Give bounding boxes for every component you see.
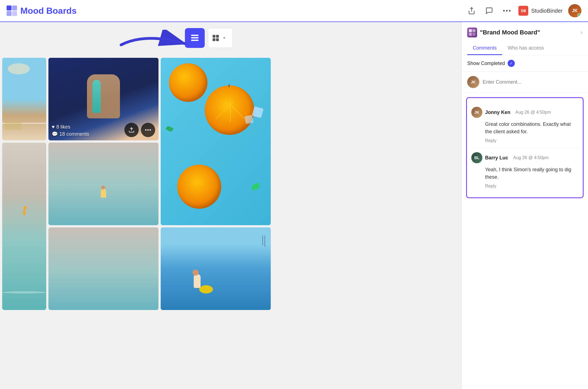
likes-count: 8 likes <box>56 124 70 130</box>
comment-time-barry: Aug 26 @ 4:50pm <box>513 155 549 160</box>
svg-rect-14 <box>216 38 219 41</box>
tab-comments[interactable]: Comments <box>467 42 502 55</box>
image-stats-overlay: ♥ 8 likes 💬 18 comments <box>52 124 89 137</box>
svg-rect-1 <box>12 6 17 10</box>
right-panel: "Brand Mood Board" › Comments Who has ac… <box>461 22 588 389</box>
comments-area: JK Jonny Ken Aug 26 @ 4:50pm Great color… <box>462 93 588 389</box>
brand-icon: SB <box>518 6 528 16</box>
comments-card-highlighted: JK Jonny Ken Aug 26 @ 4:50pm Great color… <box>466 97 584 198</box>
comment-avatar-barry: BL <box>471 152 482 163</box>
svg-rect-19 <box>472 29 475 32</box>
logo-area: Mood Boards <box>7 6 76 16</box>
brand-area[interactable]: SB StudioBinder <box>518 6 563 16</box>
main-layout: ♥ 8 likes 💬 18 comments <box>0 22 588 389</box>
comment-time-jonny: Aug 26 @ 4:50pm <box>515 110 551 115</box>
svg-rect-12 <box>216 35 219 38</box>
sunscreen-image: ♥ 8 likes 💬 18 comments <box>48 58 158 140</box>
svg-point-6 <box>509 10 511 12</box>
swim-person-image <box>48 143 158 225</box>
comment-input[interactable] <box>483 79 582 85</box>
more-options-button[interactable] <box>501 5 513 17</box>
grid-view-dropdown[interactable] <box>208 28 233 48</box>
comment-author-barry: Barry Luc <box>485 155 508 161</box>
upload-button[interactable] <box>124 123 139 137</box>
svg-rect-11 <box>212 35 215 38</box>
tab-who-has-access[interactable]: Who has access <box>502 42 549 55</box>
comment-reply-jonny[interactable]: Reply <box>471 138 578 143</box>
mood-board-area: ♥ 8 likes 💬 18 comments <box>0 22 461 389</box>
comment-header-barry: BL Barry Luc Aug 26 @ 4:50pm <box>471 152 578 163</box>
online-indicator <box>578 13 581 17</box>
arrow-decoration <box>118 30 195 57</box>
svg-rect-21 <box>472 33 475 36</box>
show-completed-label: Show Completed <box>467 61 505 66</box>
image-action-buttons <box>124 123 155 137</box>
panel-title-row: "Brand Mood Board" › <box>467 28 582 37</box>
beach-panoramic-image <box>2 143 46 310</box>
app-logo-icon <box>7 6 17 16</box>
share-button[interactable] <box>466 5 478 17</box>
svg-rect-3 <box>12 11 17 16</box>
panel-title: "Brand Mood Board" <box>480 29 581 36</box>
app-header: Mood Boards SB StudioBinder JK <box>0 0 588 22</box>
svg-point-16 <box>147 129 149 131</box>
user-avatar[interactable]: JK <box>568 4 581 17</box>
comment-item-barry: BL Barry Luc Aug 26 @ 4:50pm Yeah, I thi… <box>471 148 578 193</box>
likes-stat: ♥ 8 likes <box>52 124 89 130</box>
svg-point-4 <box>503 10 505 12</box>
svg-rect-0 <box>7 6 12 10</box>
svg-rect-2 <box>7 11 12 16</box>
comment-avatar-jonny: JK <box>471 107 482 118</box>
comment-item-jonny: JK Jonny Ken Aug 26 @ 4:50pm Great color… <box>471 102 578 148</box>
panel-header: "Brand Mood Board" › Comments Who has ac… <box>462 22 588 55</box>
comments-stat: 💬 18 comments <box>52 131 89 137</box>
comment-reply-barry[interactable]: Reply <box>471 184 578 189</box>
comment-text-barry: Yeah, I think Simon's really going to di… <box>471 166 578 181</box>
beach-child-image <box>161 227 271 310</box>
show-completed-row: Show Completed ✓ <box>462 55 588 72</box>
comment-button[interactable] <box>483 5 495 17</box>
comment-header-jonny: JK Jonny Ken Aug 26 @ 4:50pm <box>471 107 578 118</box>
comment-input-row: JK <box>462 72 588 93</box>
header-actions: SB StudioBinder JK <box>466 4 581 17</box>
svg-rect-18 <box>469 29 472 32</box>
comment-text-jonny: Great color combinations. Exactly what t… <box>471 121 578 135</box>
panel-title-icon <box>467 28 477 37</box>
svg-point-5 <box>506 10 508 12</box>
svg-point-17 <box>150 129 151 131</box>
app-title: Mood Boards <box>20 6 76 16</box>
current-user-avatar: JK <box>467 76 479 88</box>
comment-author-jonny: Jonny Ken <box>485 110 510 115</box>
beach-image <box>2 58 46 140</box>
panel-expand-button[interactable]: › <box>581 29 582 36</box>
more-image-button[interactable] <box>141 123 155 137</box>
panel-tabs: Comments Who has access <box>467 42 582 55</box>
svg-rect-13 <box>212 38 215 41</box>
empty-cell <box>48 227 158 310</box>
svg-point-15 <box>145 129 147 131</box>
image-grid: ♥ 8 likes 💬 18 comments <box>0 22 461 389</box>
oranges-image <box>161 58 271 225</box>
comments-count: 18 comments <box>59 131 89 137</box>
svg-rect-20 <box>469 33 472 36</box>
show-completed-check[interactable]: ✓ <box>508 60 515 67</box>
brand-name: StudioBinder <box>531 8 563 14</box>
